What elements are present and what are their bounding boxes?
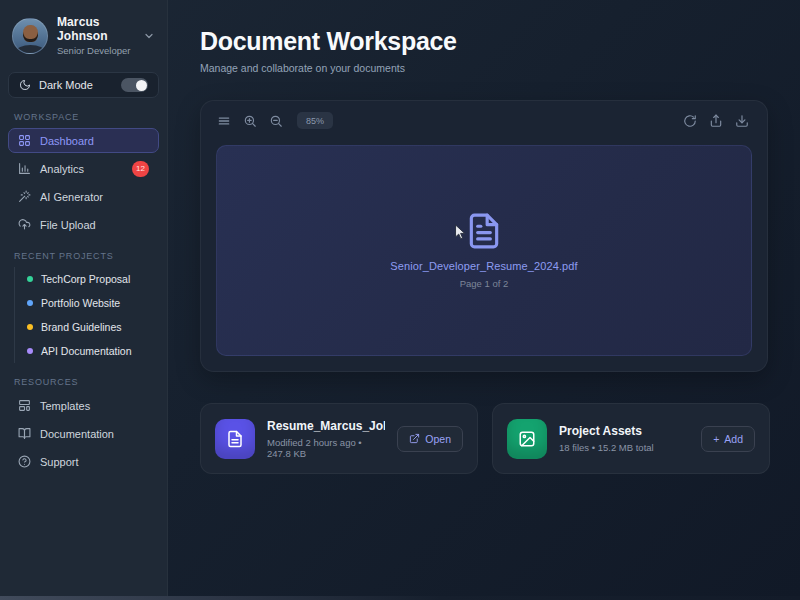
page-subtitle: Manage and collaborate on your documents — [200, 62, 405, 74]
dark-mode-label: Dark Mode — [39, 79, 113, 91]
card-title: Resume_Marcus_John... — [267, 419, 385, 433]
cloud-upload-icon — [18, 218, 31, 231]
zoom-out-icon — [269, 114, 283, 128]
user-profile[interactable]: Marcus Johnson Senior Developer — [0, 0, 167, 66]
bar-chart-icon — [18, 162, 31, 175]
project-assets-card[interactable]: Project Assets 18 files • 15.2 MB total … — [492, 403, 770, 474]
plus-icon: + — [713, 433, 719, 445]
download-icon — [735, 114, 749, 128]
window-bottom-edge — [0, 596, 800, 600]
project-dot — [27, 300, 33, 306]
sidebar-item-label: File Upload — [40, 219, 96, 231]
project-dot — [27, 348, 33, 354]
help-circle-icon — [18, 455, 31, 468]
viewer-toolbar: 85% — [201, 101, 767, 137]
toggle-knob — [136, 80, 147, 91]
moon-icon — [19, 79, 31, 91]
main-content: Document Workspace Manage and collaborat… — [168, 0, 800, 600]
project-label: Portfolio Website — [41, 297, 120, 309]
zoom-in-icon — [243, 114, 257, 128]
template-icon — [18, 399, 31, 412]
assets-card-icon — [507, 419, 547, 459]
sidebar-item-ai-generator[interactable]: AI Generator — [8, 184, 159, 209]
avatar — [12, 18, 48, 54]
share-icon — [709, 114, 723, 128]
document-preview[interactable]: Senior_Developer_Resume_2024.pdf Page 1 … — [216, 145, 752, 356]
menu-button[interactable] — [217, 113, 233, 129]
project-dot — [27, 324, 33, 330]
sidebar-item-file-upload[interactable]: File Upload — [8, 212, 159, 237]
project-item-portfolio[interactable]: Portfolio Website — [15, 291, 159, 315]
file-cards-row: Resume_Marcus_John... Modified 2 hours a… — [200, 403, 770, 474]
project-item-api[interactable]: API Documentation — [15, 339, 159, 363]
recent-projects-list: TechCorp Proposal Portfolio Website Bran… — [14, 267, 159, 363]
card-subtitle: Modified 2 hours ago • 247.8 KB — [267, 437, 385, 459]
document-viewer-panel: 85% — [200, 100, 768, 372]
profile-name: Marcus Johnson — [57, 15, 134, 43]
card-subtitle: 18 files • 15.2 MB total — [559, 442, 689, 453]
profile-role: Senior Developer — [57, 45, 134, 56]
file-text-icon — [226, 430, 244, 448]
project-dot — [27, 276, 33, 282]
sidebar-item-label: Dashboard — [40, 135, 94, 147]
add-button[interactable]: + Add — [701, 426, 755, 452]
sidebar-item-dashboard[interactable]: Dashboard — [8, 128, 159, 153]
sidebar-item-analytics[interactable]: Analytics 12 — [8, 156, 159, 181]
zoom-level-indicator: 85% — [297, 112, 333, 129]
share-button[interactable] — [709, 113, 725, 129]
project-item-brand[interactable]: Brand Guidelines — [15, 315, 159, 339]
dark-mode-toggle[interactable] — [121, 78, 148, 92]
sidebar-item-templates[interactable]: Templates — [8, 393, 159, 418]
sidebar-item-label: AI Generator — [40, 191, 103, 203]
resume-file-card[interactable]: Resume_Marcus_John... Modified 2 hours a… — [200, 403, 478, 474]
image-icon — [518, 430, 536, 448]
project-label: Brand Guidelines — [41, 321, 122, 333]
dark-mode-row: Dark Mode — [8, 72, 159, 98]
recent-projects-section-label: RECENT PROJECTS — [14, 251, 153, 261]
project-label: TechCorp Proposal — [41, 273, 130, 285]
wand-icon — [18, 190, 31, 203]
analytics-badge: 12 — [132, 161, 149, 177]
app-window: Marcus Johnson Senior Developer Dark Mod… — [0, 0, 800, 600]
zoom-in-button[interactable] — [243, 113, 259, 129]
sidebar-item-label: Support — [40, 456, 79, 468]
grid-icon — [18, 134, 31, 147]
file-text-icon — [465, 212, 503, 250]
card-title: Project Assets — [559, 424, 689, 438]
sidebar-item-label: Analytics — [40, 163, 84, 175]
menu-icon — [217, 114, 231, 128]
page-indicator: Page 1 of 2 — [460, 278, 509, 289]
workspace-section-label: WORKSPACE — [14, 112, 153, 122]
preview-filename[interactable]: Senior_Developer_Resume_2024.pdf — [390, 260, 577, 272]
open-button-label: Open — [425, 433, 451, 445]
project-label: API Documentation — [41, 345, 131, 357]
project-item-techcorp[interactable]: TechCorp Proposal — [15, 267, 159, 291]
add-button-label: Add — [724, 433, 743, 445]
sidebar: Marcus Johnson Senior Developer Dark Mod… — [0, 0, 168, 600]
sidebar-item-label: Templates — [40, 400, 90, 412]
chevron-down-icon[interactable] — [143, 30, 155, 42]
resume-card-icon — [215, 419, 255, 459]
sidebar-item-documentation[interactable]: Documentation — [8, 421, 159, 446]
page-title: Document Workspace — [200, 27, 457, 56]
book-open-icon — [18, 427, 31, 440]
sidebar-item-support[interactable]: Support — [8, 449, 159, 474]
external-link-icon — [409, 433, 420, 444]
sidebar-item-label: Documentation — [40, 428, 114, 440]
resources-section-label: RESOURCES — [14, 377, 153, 387]
open-button[interactable]: Open — [397, 426, 463, 452]
download-button[interactable] — [735, 113, 751, 129]
zoom-out-button[interactable] — [269, 113, 285, 129]
refresh-button[interactable] — [683, 113, 699, 129]
refresh-icon — [683, 114, 697, 128]
